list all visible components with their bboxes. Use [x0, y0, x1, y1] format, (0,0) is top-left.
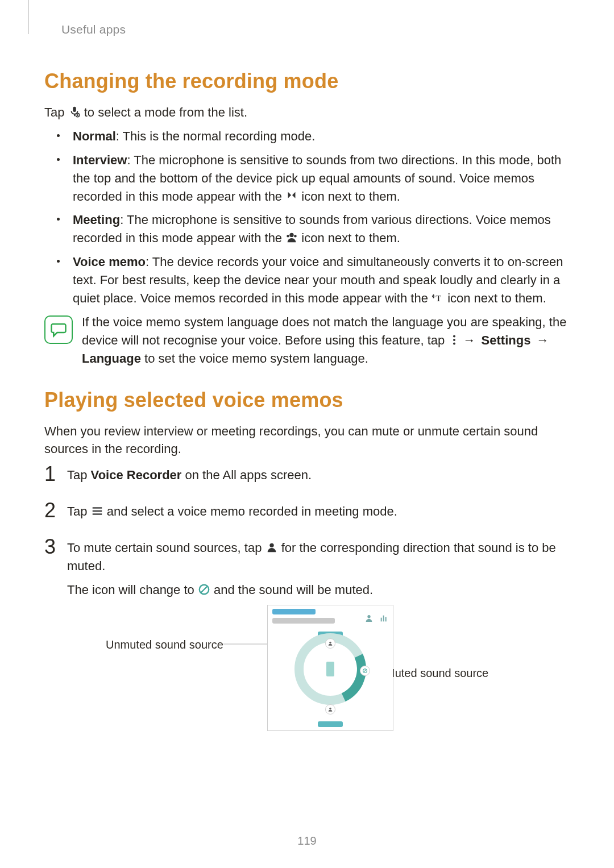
- svg-point-27: [329, 707, 331, 709]
- sound-source-right-muted: [360, 666, 370, 676]
- step1-bold: Voice Recorder: [91, 468, 182, 482]
- svg-point-24: [329, 641, 331, 643]
- mode-list: Normal: This is the normal recording mod…: [44, 127, 570, 308]
- arrow-icon: →: [463, 331, 475, 350]
- svg-line-26: [364, 670, 366, 672]
- step-2: 2 Tap and select a voice memo recorded i…: [44, 502, 570, 526]
- person-icon: [265, 541, 278, 553]
- step1-text-b: on the All apps screen.: [181, 468, 312, 482]
- svg-point-11: [453, 342, 455, 344]
- svg-rect-22: [383, 615, 384, 621]
- mode-text-voicememo-b: icon next to them.: [444, 291, 546, 305]
- section2-intro: When you review interview or meeting rec…: [44, 422, 570, 459]
- mode-text-meeting-b: icon next to them.: [298, 231, 400, 245]
- step-body: To mute certain sound sources, tap for t…: [67, 539, 570, 758]
- speech-bubble-icon: [44, 315, 73, 344]
- list-menu-icon: [91, 504, 103, 517]
- mode-label-normal: Normal: [73, 129, 116, 143]
- intro-paragraph: Tap to select a mode from the list.: [44, 103, 570, 122]
- device-screenshot: [267, 605, 393, 731]
- step-1: 1 Tap Voice Recorder on the All apps scr…: [44, 466, 570, 490]
- person-group-icon: [285, 231, 298, 243]
- pause-indicator: [326, 662, 334, 676]
- blurred-bottom-label: [318, 721, 343, 727]
- svg-text:T: T: [435, 294, 441, 303]
- note-text-b: to set the voice memo system language.: [141, 351, 368, 366]
- more-options-vertical-icon: [448, 333, 460, 346]
- list-item: Normal: This is the normal recording mod…: [47, 127, 570, 146]
- step3-text-a: To mute certain sound sources, tap: [67, 541, 265, 555]
- note-settings-label: Settings: [482, 333, 531, 347]
- svg-rect-23: [385, 617, 387, 621]
- step-number: 2: [44, 500, 59, 521]
- blurred-subtitle: [272, 618, 335, 624]
- step2-text-a: Tap: [67, 504, 91, 518]
- note-block: If the voice memo system language does n…: [44, 313, 570, 368]
- figure-meeting-playback: Unmuted sound source Muted sound source: [67, 605, 570, 758]
- section-heading-playing-memos: Playing selected voice memos: [44, 388, 570, 412]
- sound-source-top: [325, 638, 335, 649]
- sound-source-bottom: [325, 704, 335, 715]
- callout-muted: Muted sound source: [385, 665, 488, 682]
- mode-text-normal: : This is the normal recording mode.: [116, 129, 316, 143]
- mode-label-meeting: Meeting: [73, 213, 120, 227]
- svg-point-15: [269, 543, 273, 547]
- list-item: Voice memo: The device records your voic…: [47, 253, 570, 308]
- document-page: Useful apps Changing the recording mode …: [0, 0, 614, 758]
- note-text: If the voice memo system language does n…: [82, 313, 570, 368]
- intro-text-post: to select a mode from the list.: [84, 105, 247, 119]
- svg-rect-0: [73, 107, 76, 112]
- step-number: 3: [44, 537, 59, 557]
- step-number: 1: [44, 464, 59, 484]
- section-heading-recording-mode: Changing the recording mode: [44, 69, 570, 93]
- svg-rect-21: [381, 617, 382, 621]
- svg-point-9: [453, 335, 455, 337]
- svg-point-20: [367, 615, 370, 618]
- page-number: 119: [297, 834, 316, 848]
- step-body: Tap Voice Recorder on the All apps scree…: [67, 466, 570, 490]
- step-body: Tap and select a voice memo recorded in …: [67, 502, 570, 526]
- mode-text-interview-b: icon next to them.: [298, 189, 400, 203]
- mode-label-interview: Interview: [73, 153, 127, 167]
- list-item: Interview: The microphone is sensitive t…: [47, 151, 570, 206]
- muted-circle-icon: [198, 583, 210, 595]
- svg-point-10: [453, 339, 455, 341]
- steps-list: 1 Tap Voice Recorder on the All apps scr…: [44, 466, 570, 758]
- arrow-icon: →: [537, 331, 549, 350]
- svg-point-5: [290, 233, 294, 237]
- equalizer-icon: [379, 610, 388, 619]
- svg-point-7: [294, 235, 297, 238]
- person-group-icon: [364, 610, 374, 619]
- interview-mics-icon: [285, 189, 298, 202]
- callout-unmuted: Unmuted sound source: [106, 637, 223, 653]
- step1-text-a: Tap: [67, 468, 91, 482]
- intro-text-pre: Tap: [44, 105, 68, 119]
- blurred-title: [272, 609, 316, 614]
- device-header: [268, 605, 393, 630]
- mode-label-voicememo: Voice memo: [73, 255, 146, 269]
- note-language-label: Language: [82, 351, 141, 366]
- step3-text-c-a: The icon will change to: [67, 583, 198, 597]
- svg-line-17: [201, 586, 207, 592]
- list-item: Meeting: The microphone is sensitive to …: [47, 211, 570, 247]
- running-header: Useful apps: [61, 23, 570, 36]
- step3-text-c-b: and the sound will be muted.: [210, 583, 373, 597]
- mic-settings-icon: [68, 105, 81, 118]
- step2-text-b: and select a voice memo recorded in meet…: [103, 504, 397, 518]
- svg-point-6: [287, 235, 290, 238]
- step-3: 3 To mute certain sound sources, tap for…: [44, 539, 570, 758]
- voice-to-text-icon: T: [432, 291, 444, 304]
- left-margin-rule: [28, 0, 29, 34]
